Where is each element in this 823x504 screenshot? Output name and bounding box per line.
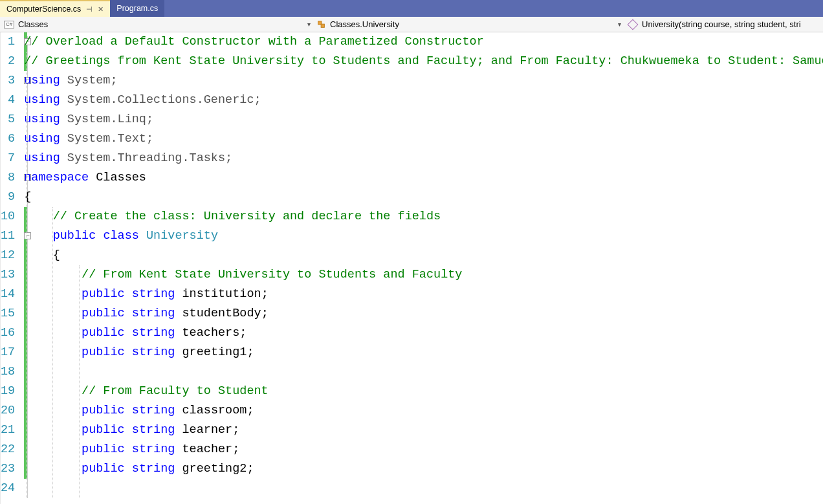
line-number: 9 [1,188,15,207]
code-line[interactable] [24,362,823,382]
line-number: 1 [1,32,15,52]
line-number: 23 [1,459,15,479]
code-line[interactable] [24,479,823,498]
code-line[interactable]: using System.Linq; [24,110,823,129]
code-line[interactable]: using System; [24,71,823,91]
line-number: 16 [1,323,15,343]
class-selector[interactable]: Classes.University ▾ [313,17,624,32]
code-line[interactable]: // Greetings from Kent State University … [24,52,823,71]
tab-program[interactable]: Program.cs [110,0,164,17]
code-line[interactable]: // From Faculty to Student [24,382,823,401]
class-name: Classes.University [330,19,399,29]
navigation-bar: C# Classes ▾ Classes.University ▾ Univer… [0,17,823,32]
code-line[interactable]: public string greeting2; [24,459,823,479]
code-line[interactable]: public string teacher; [24,440,823,459]
csharp-icon: C# [4,21,14,28]
line-number: 24 [1,479,15,498]
line-number: 22 [1,440,15,459]
pin-icon[interactable]: ⊣ [86,5,93,14]
svg-rect-1 [321,24,324,27]
project-name: Classes [18,19,48,29]
code-line[interactable]: // From Kent State University to Student… [24,265,823,285]
line-number: 5 [1,110,15,129]
tab-computerscience[interactable]: ComputerScience.cs ⊣ ✕ [0,0,110,17]
class-icon [317,20,326,29]
code-line[interactable]: namespace Classes [24,168,823,188]
code-line[interactable]: public string greeting1; [24,343,823,362]
line-number: 18 [1,362,15,382]
line-number: 14 [1,285,15,304]
line-number: 15 [1,304,15,323]
code-line[interactable]: public class University [24,226,823,246]
line-number: 7 [1,149,15,168]
line-number: 4 [1,91,15,110]
project-selector[interactable]: C# Classes ▾ [0,17,313,32]
tab-bar: ComputerScience.cs ⊣ ✕ Program.cs [0,0,823,17]
method-icon [628,19,639,30]
indent-guide [52,207,53,498]
indent-guide [79,265,80,498]
line-number: 6 [1,129,15,149]
chevron-down-icon: ▾ [307,21,311,28]
tab-label: ComputerScience.cs [6,5,81,14]
code-line[interactable]: { [24,188,823,207]
indent-guide [26,52,27,498]
code-line[interactable]: using System.Collections.Generic; [24,91,823,110]
line-number: 13 [1,265,15,285]
line-number: 12 [1,246,15,265]
line-number: 20 [1,401,15,421]
member-selector[interactable]: University(string course, string student… [624,17,823,32]
line-number-gutter: 123456789101112131415161718192021222324 [1,32,24,504]
code-line[interactable]: public string classroom; [24,401,823,421]
line-number: 3 [1,71,15,91]
line-number: 19 [1,382,15,401]
code-line[interactable]: public string studentBody; [24,304,823,323]
code-line[interactable]: public string teachers; [24,323,823,343]
code-line[interactable]: public string learner; [24,421,823,440]
line-number: 8 [1,168,15,188]
code-line[interactable]: // Create the class: University and decl… [24,207,823,226]
code-line[interactable]: public string institution; [24,285,823,304]
member-name: University(string course, string student… [642,19,801,29]
close-icon[interactable]: ✕ [98,5,104,14]
line-number: 2 [1,52,15,71]
line-number: 11 [1,226,15,246]
line-number: 17 [1,343,15,362]
code-line[interactable]: { [24,246,823,265]
code-area[interactable]: // Overload a Default Constructor with a… [24,32,823,504]
code-line[interactable]: using System.Threading.Tasks; [24,149,823,168]
line-number: 21 [1,421,15,440]
tab-label: Program.cs [116,4,158,13]
code-line[interactable]: // Overload a Default Constructor with a… [24,32,823,52]
chevron-down-icon: ▾ [618,21,621,28]
line-number: 10 [1,207,15,226]
code-line[interactable]: using System.Text; [24,129,823,149]
code-editor[interactable]: 123456789101112131415161718192021222324 … [0,32,823,504]
